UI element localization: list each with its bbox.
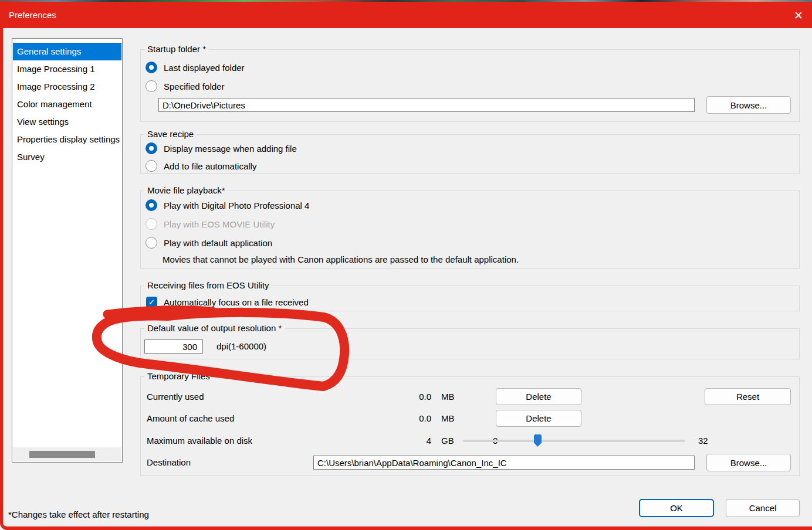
- save-recipe-group: Save recipe Display message when adding …: [140, 134, 800, 174]
- sidebar-item-survey[interactable]: Survey: [13, 148, 121, 166]
- radio-option-play-dpp4[interactable]: Play with Digital Photo Professional 4: [146, 198, 309, 212]
- restart-note: *Changes take effect after restarting: [8, 509, 149, 519]
- startup-folder-group: Startup folder * Last displayed folder S…: [140, 49, 800, 122]
- delete-currently-used-button[interactable]: Delete: [496, 388, 581, 405]
- destination-browse-button[interactable]: Browse...: [706, 454, 791, 471]
- cache-used-label: Amount of cache used: [147, 413, 234, 423]
- close-icon: ✕: [794, 9, 803, 22]
- movie-playback-note: Movies that cannot be played with Canon …: [163, 254, 519, 264]
- radio-selected-icon[interactable]: [146, 199, 157, 211]
- eos-utility-legend: Receiving files from EOS Utility: [144, 280, 272, 290]
- radio-option-play-default-app[interactable]: Play with default application: [146, 236, 272, 250]
- radio-selected-icon[interactable]: [146, 142, 157, 154]
- display-message-label: Display message when adding file: [164, 144, 297, 154]
- max-disk-slider-track[interactable]: [463, 440, 685, 442]
- max-disk-unit: GB: [441, 436, 454, 446]
- save-recipe-legend: Save recipe: [144, 129, 197, 139]
- radio-disabled-icon: [146, 218, 157, 230]
- slider-max-label: 32: [698, 436, 708, 446]
- radio-unselected-icon[interactable]: [146, 237, 157, 249]
- startup-folder-browse-button[interactable]: Browse...: [706, 96, 791, 114]
- sidebar-item-color-management[interactable]: Color management: [13, 96, 121, 113]
- sidebar-item-properties-display-settings[interactable]: Properties display settings: [13, 131, 121, 148]
- play-default-app-label: Play with default application: [164, 238, 272, 248]
- sidebar-item-image-processing-1[interactable]: Image Processing 1: [13, 60, 121, 78]
- movie-playback-legend: Movie file playback*: [144, 185, 228, 195]
- delete-cache-button[interactable]: Delete: [496, 410, 581, 427]
- checkbox-option-auto-focus-file[interactable]: Automatically focus on a file received: [146, 295, 309, 309]
- destination-path-input[interactable]: [313, 456, 695, 470]
- max-disk-slider-thumb[interactable]: [534, 434, 542, 447]
- output-resolution-group: Default value of output resolution * dpi…: [140, 328, 800, 359]
- radio-selected-icon[interactable]: [146, 62, 157, 73]
- startup-folder-legend: Startup folder *: [144, 44, 209, 54]
- play-dpp4-label: Play with Digital Photo Professional 4: [164, 201, 309, 210]
- movie-playback-group: Movie file playback* Play with Digital P…: [140, 191, 800, 269]
- auto-focus-file-label: Automatically focus on a file received: [164, 297, 309, 307]
- play-eos-movie-utility-label: Play with EOS MOVIE Utility: [164, 219, 275, 229]
- title-bar[interactable]: Preferences ✕: [3, 2, 812, 28]
- cache-used-unit: MB: [441, 413, 455, 423]
- radio-unselected-icon[interactable]: [146, 160, 157, 172]
- radio-unselected-icon[interactable]: [146, 80, 157, 92]
- sidebar-horizontal-scrollbar[interactable]: [13, 447, 121, 461]
- dialog-title: Preferences: [9, 10, 56, 20]
- reset-button[interactable]: Reset: [705, 388, 791, 405]
- output-resolution-legend: Default value of output resolution *: [144, 323, 285, 333]
- ok-button[interactable]: OK: [639, 499, 714, 517]
- radio-option-display-message[interactable]: Display message when adding file: [146, 141, 297, 155]
- output-resolution-unit-label: dpi(1-60000): [216, 341, 266, 351]
- max-disk-label: Maximum available on disk: [147, 436, 252, 446]
- sidebar-item-general-settings[interactable]: General settings: [13, 43, 121, 60]
- destination-label: Destination: [147, 457, 191, 467]
- eos-utility-group: Receiving files from EOS Utility Automat…: [140, 286, 800, 311]
- specified-folder-path-input[interactable]: [158, 98, 695, 112]
- cache-used-value: 0.0: [396, 413, 431, 423]
- radio-option-add-automatically[interactable]: Add to file automatically: [146, 159, 256, 173]
- last-displayed-folder-label: Last displayed folder: [164, 63, 245, 73]
- temporary-files-group: Temporary Files Currently used 0.0 MB De…: [140, 376, 800, 476]
- settings-category-items: General settings Image Processing 1 Imag…: [13, 43, 121, 166]
- dialog-body: General settings Image Processing 1 Imag…: [3, 28, 812, 526]
- horizontal-scrollbar-thumb[interactable]: [29, 451, 95, 458]
- sidebar-item-image-processing-2[interactable]: Image Processing 2: [13, 78, 121, 96]
- checkbox-checked-icon[interactable]: [146, 297, 157, 308]
- preferences-dialog: Preferences ✕ General settings Image Pro…: [0, 2, 812, 530]
- radio-option-specified-folder[interactable]: Specified folder: [146, 79, 224, 93]
- sidebar-item-view-settings[interactable]: View settings: [13, 113, 121, 131]
- settings-category-list: General settings Image Processing 1 Imag…: [12, 38, 123, 463]
- currently-used-value: 0.0: [396, 392, 431, 402]
- temporary-files-legend: Temporary Files: [144, 371, 213, 381]
- currently-used-label: Currently used: [147, 392, 204, 402]
- cancel-button[interactable]: Cancel: [726, 499, 800, 517]
- max-disk-value: 4: [396, 436, 431, 446]
- close-button[interactable]: ✕: [791, 8, 806, 22]
- add-automatically-label: Add to file automatically: [164, 161, 256, 171]
- radio-option-play-eos-movie-utility: Play with EOS MOVIE Utility: [146, 217, 275, 231]
- specified-folder-label: Specified folder: [164, 81, 224, 91]
- currently-used-unit: MB: [441, 392, 455, 402]
- radio-option-last-displayed-folder[interactable]: Last displayed folder: [146, 60, 245, 74]
- output-resolution-input[interactable]: [144, 339, 203, 354]
